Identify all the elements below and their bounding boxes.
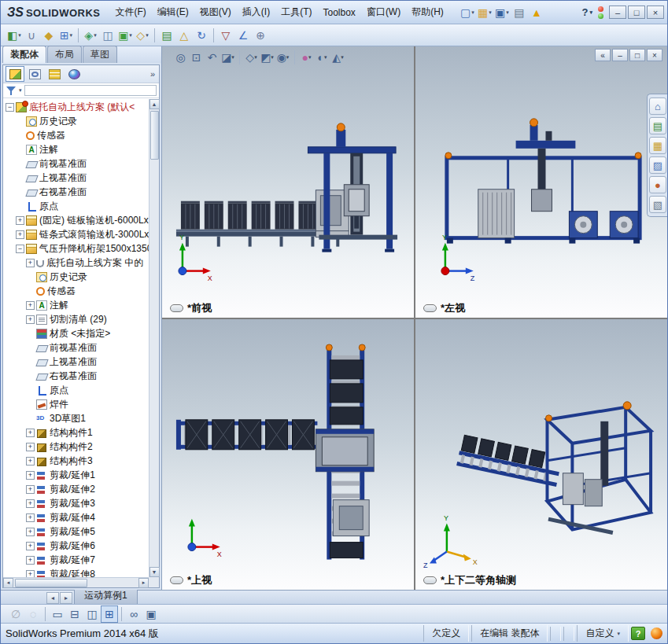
tree-item[interactable]: 上视基准面: [3, 355, 149, 369]
expand-icon[interactable]: +: [26, 513, 35, 522]
edit-appearance-icon[interactable]: ●▾: [299, 49, 314, 66]
collapse-icon[interactable]: −: [6, 103, 14, 112]
expand-icon[interactable]: +: [26, 528, 35, 536]
exploded-view-icon[interactable]: △: [175, 27, 193, 44]
tree-item[interactable]: 原点: [3, 383, 149, 397]
tree-item[interactable]: 前视基准面: [3, 156, 149, 171]
reference-geometry-icon[interactable]: ◇▾: [134, 27, 151, 44]
task-resources-icon[interactable]: ▤: [649, 117, 666, 134]
menu-item-6[interactable]: 窗口(W): [361, 2, 406, 22]
tree-item[interactable]: +剪裁/延伸5: [3, 524, 149, 539]
panel-tab-0[interactable]: 装配体: [2, 46, 46, 63]
tree-vertical-scrollbar[interactable]: ▲ ▼: [149, 99, 159, 577]
expand-icon[interactable]: +: [26, 457, 35, 466]
propertymanager-tab-icon[interactable]: [25, 66, 44, 82]
tree-item[interactable]: +剪裁/延伸6: [3, 539, 149, 553]
zoom-fit-icon[interactable]: ◎: [173, 49, 188, 66]
tree-item[interactable]: +(固定) 链板输送机-6000Lx: [3, 213, 149, 227]
view-link-icon[interactable]: [170, 304, 183, 312]
help-button[interactable]: ?▾: [581, 5, 593, 20]
bill-of-materials-icon[interactable]: ▤: [158, 27, 175, 44]
tree-horizontal-scrollbar[interactable]: ◂ ▸: [3, 577, 149, 587]
menu-item-7[interactable]: 帮助(H): [406, 2, 449, 22]
tree-item[interactable]: +剪裁/延伸7: [3, 553, 149, 567]
mate-icon[interactable]: ∪: [23, 27, 40, 44]
panel-tab-2[interactable]: 草图: [83, 46, 117, 63]
expand-icon[interactable]: +: [26, 471, 35, 480]
task-file-explorer-icon[interactable]: ▨: [649, 156, 666, 174]
expand-icon[interactable]: +: [26, 485, 35, 494]
tab-scroll-right-button[interactable]: ▸: [60, 592, 72, 604]
displaymanager-tab-icon[interactable]: [65, 66, 83, 82]
doc-restore-button[interactable]: □: [629, 49, 645, 61]
maximize-button[interactable]: □: [628, 6, 645, 19]
two-view-vertical-icon[interactable]: ◫: [83, 605, 101, 623]
save-icon[interactable]: ▣▾: [493, 4, 511, 21]
view-settings-icon[interactable]: ◭▾: [330, 49, 345, 66]
minimize-button[interactable]: –: [609, 6, 626, 19]
motion-study-icon[interactable]: ↻: [193, 27, 210, 44]
expand-icon[interactable]: +: [26, 570, 35, 578]
doc-close-button[interactable]: ×: [647, 49, 662, 61]
menu-item-4[interactable]: 工具(T): [275, 2, 317, 22]
doc-minimize-button[interactable]: –: [612, 49, 628, 61]
menu-item-3[interactable]: 插入(I): [237, 2, 275, 22]
display-style-icon[interactable]: ◩▾: [260, 49, 275, 66]
viewport-front-view[interactable]: Y X *前视: [162, 46, 414, 318]
status-units-dropdown[interactable]: 自定义▾: [577, 625, 629, 642]
tree-filter-input[interactable]: [24, 85, 157, 96]
chevron-down-icon[interactable]: ▾: [19, 87, 22, 94]
panel-overflow-chevron[interactable]: »: [150, 69, 157, 79]
menu-item-2[interactable]: 视图(V): [194, 2, 237, 22]
tree-item[interactable]: 右视基准面: [3, 369, 149, 383]
isolate-icon[interactable]: ◌: [24, 605, 42, 623]
tree-item[interactable]: 历史记录: [3, 270, 149, 284]
expand-icon[interactable]: +: [26, 443, 35, 451]
tree-item[interactable]: −气压升降机桁架1500x1350<: [3, 241, 149, 256]
expand-icon[interactable]: +: [26, 259, 35, 267]
expand-icon[interactable]: +: [26, 542, 35, 550]
rebuild-alert-icon[interactable]: ▲: [528, 4, 545, 21]
measure-icon[interactable]: ∠: [234, 27, 252, 44]
scroll-left-icon[interactable]: ◂: [3, 578, 13, 588]
expand-icon[interactable]: +: [26, 301, 35, 310]
scroll-up-icon[interactable]: ▲: [149, 99, 160, 109]
new-document-icon[interactable]: ▢▾: [459, 4, 476, 21]
menu-item-0[interactable]: 文件(F): [110, 2, 152, 22]
tree-item[interactable]: +剪裁/延伸3: [3, 496, 149, 510]
insert-component-icon[interactable]: ◧▾: [6, 27, 23, 44]
task-appearances-icon[interactable]: ●: [649, 176, 666, 193]
interference-detection-icon[interactable]: ▽: [217, 27, 234, 44]
view-link-icon[interactable]: [423, 304, 437, 312]
single-view-icon[interactable]: ▭: [49, 605, 66, 623]
scrollbar-thumb[interactable]: [150, 111, 159, 160]
task-design-library-icon[interactable]: ▦: [649, 137, 666, 154]
zoom-area-icon[interactable]: ⊡: [189, 49, 204, 66]
tree-item[interactable]: 右视基准面: [3, 185, 149, 199]
tree-item[interactable]: 上视基准面: [3, 171, 149, 185]
section-view-icon[interactable]: ◪▾: [220, 49, 235, 66]
scroll-down-icon[interactable]: ▼: [149, 567, 160, 577]
configurationmanager-tab-icon[interactable]: [45, 66, 64, 82]
document-tab-1[interactable]: 运动算例1: [74, 587, 138, 604]
tree-item[interactable]: +剪裁/延伸2: [3, 482, 149, 496]
menu-item-5[interactable]: Toolbox: [318, 4, 361, 21]
expand-icon[interactable]: +: [16, 230, 24, 239]
tree-item[interactable]: +结构构件3: [3, 454, 149, 468]
fullscreen-icon[interactable]: ▣: [142, 605, 160, 623]
view-link-icon[interactable]: [423, 576, 437, 584]
tree-item[interactable]: +注解: [3, 298, 149, 312]
previous-view-icon[interactable]: ↶: [205, 49, 220, 66]
tree-item[interactable]: +链条式滚筒输送机-3000Lx5: [3, 227, 149, 241]
panel-tab-1[interactable]: 布局: [47, 46, 82, 63]
expand-icon[interactable]: +: [26, 556, 35, 565]
tree-item[interactable]: 前视基准面: [3, 340, 149, 355]
tree-item[interactable]: +剪裁/延伸8: [3, 567, 149, 577]
tree-item[interactable]: +剪裁/延伸4: [3, 510, 149, 524]
view-orientation-icon[interactable]: ◇▾: [244, 49, 259, 66]
two-view-horizontal-icon[interactable]: ⊟: [66, 605, 83, 623]
task-custom-properties-icon[interactable]: ▧: [649, 196, 666, 213]
smart-fasteners-icon[interactable]: ◆: [40, 27, 57, 44]
filter-funnel-icon[interactable]: [6, 86, 17, 96]
scrollbar-thumb[interactable]: [15, 579, 87, 587]
